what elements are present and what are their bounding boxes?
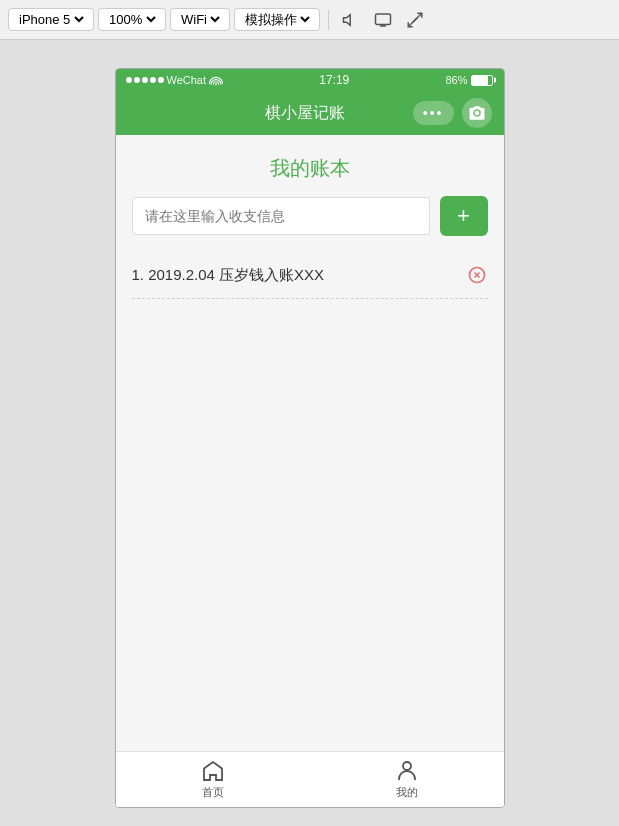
entry-list: 1. 2019.2.04 压岁钱入账XXX	[132, 252, 488, 299]
entry-text: 1. 2019.2.04 压岁钱入账XXX	[132, 266, 325, 285]
tab-profile[interactable]: 我的	[310, 752, 504, 807]
network-selector[interactable]: WiFi	[170, 8, 230, 31]
entry-content: 2019.2.04 压岁钱入账XXX	[148, 266, 324, 283]
rotate-icon-btn[interactable]	[401, 6, 429, 34]
zoom-select[interactable]: 100%	[105, 11, 159, 28]
sound-icon-btn[interactable]	[337, 6, 365, 34]
signal-dot-2	[134, 77, 140, 83]
zoom-selector[interactable]: 100%	[98, 8, 166, 31]
tab-bar: 首页 我的	[116, 751, 504, 807]
delete-entry-button[interactable]	[466, 264, 488, 286]
svg-marker-0	[344, 14, 351, 25]
page-title: 我的账本	[116, 135, 504, 196]
signal-dots	[126, 77, 164, 83]
toolbar: iPhone 5 100% WiFi 模拟操作	[0, 0, 619, 40]
battery-percentage: 86%	[445, 74, 467, 86]
nav-camera-button[interactable]	[462, 98, 492, 128]
entry-input[interactable]	[132, 197, 430, 235]
input-row: +	[132, 196, 488, 236]
status-bar: WeChat 17:19 86%	[116, 69, 504, 91]
status-left: WeChat	[126, 74, 224, 86]
network-select[interactable]: WiFi	[177, 11, 223, 28]
signal-dot-3	[142, 77, 148, 83]
entry-index: 1.	[132, 266, 145, 283]
carrier-label: WeChat	[167, 74, 207, 86]
signal-dot-1	[126, 77, 132, 83]
screen-icon-btn[interactable]	[369, 6, 397, 34]
signal-dot-4	[150, 77, 156, 83]
svg-point-7	[403, 762, 411, 770]
home-icon	[201, 759, 225, 783]
device-select[interactable]: iPhone 5	[15, 11, 87, 28]
mode-selector[interactable]: 模拟操作	[234, 8, 320, 31]
toolbar-divider	[328, 10, 329, 30]
add-entry-button[interactable]: +	[440, 196, 488, 236]
delete-circle-icon	[467, 265, 487, 285]
tab-home[interactable]: 首页	[116, 752, 310, 807]
mode-select[interactable]: 模拟操作	[241, 11, 313, 28]
tab-home-label: 首页	[202, 785, 224, 800]
device-selector[interactable]: iPhone 5	[8, 8, 94, 31]
wifi-icon	[209, 75, 223, 86]
signal-dot-5	[158, 77, 164, 83]
nav-bar: 棋小屋记账 •••	[116, 91, 504, 135]
status-time: 17:19	[319, 73, 349, 87]
person-icon	[395, 759, 419, 783]
table-row: 1. 2019.2.04 压岁钱入账XXX	[132, 252, 488, 299]
camera-icon	[468, 104, 486, 122]
svg-rect-1	[376, 14, 391, 25]
battery-icon	[471, 75, 493, 86]
nav-title: 棋小屋记账	[265, 103, 345, 124]
phone-frame: WeChat 17:19 86% 棋小屋记账 ••• 我的账本	[115, 68, 505, 808]
tab-profile-label: 我的	[396, 785, 418, 800]
status-right: 86%	[445, 74, 493, 86]
content-area: 我的账本 + 1. 2019.2.04 压岁钱入账XXX	[116, 135, 504, 751]
nav-actions: •••	[413, 98, 492, 128]
nav-dots-button[interactable]: •••	[413, 101, 454, 125]
battery-fill	[472, 76, 488, 85]
